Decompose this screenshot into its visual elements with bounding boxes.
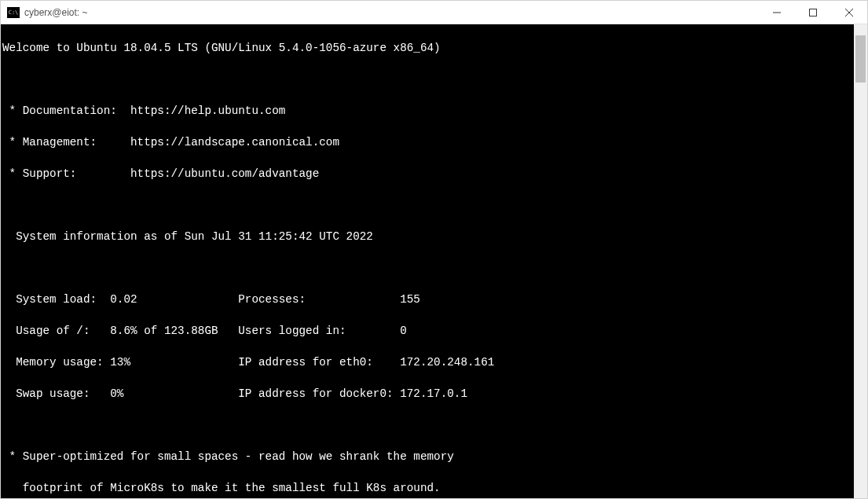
sysinfo-row: Usage of /: 8.6% of 123.88GB Users logge… — [2, 323, 854, 339]
motd-line: * Super-optimized for small spaces - rea… — [2, 449, 854, 464]
sysinfo-header: System information as of Sun Jul 31 11:2… — [2, 229, 854, 244]
app-window: C:\ cyberx@eiot: ~ Welcome to Ubuntu 18.… — [0, 0, 868, 499]
window-title: cyberx@eiot: ~ — [24, 7, 88, 18]
minimize-icon — [773, 9, 781, 17]
blank-line — [2, 260, 854, 276]
sysinfo-row: Memory usage: 13% IP address for eth0: 1… — [2, 354, 854, 370]
blank-line — [2, 417, 854, 433]
minimize-button[interactable] — [759, 1, 795, 24]
close-icon — [845, 9, 853, 17]
sysinfo-row: Swap usage: 0% IP address for docker0: 1… — [2, 386, 854, 402]
window-controls — [759, 1, 867, 24]
motd-line: * Management: https://landscape.canonica… — [2, 134, 854, 150]
sysinfo-row: System load: 0.02 Processes: 155 — [2, 292, 854, 307]
titlebar[interactable]: C:\ cyberx@eiot: ~ — [1, 1, 867, 24]
terminal-area: Welcome to Ubuntu 18.04.5 LTS (GNU/Linux… — [1, 24, 867, 498]
vertical-scrollbar[interactable] — [854, 24, 867, 498]
maximize-icon — [809, 9, 817, 17]
maximize-button[interactable] — [795, 1, 831, 24]
close-button[interactable] — [831, 1, 867, 24]
blank-line — [2, 197, 854, 213]
motd-line: * Documentation: https://help.ubuntu.com — [2, 103, 854, 119]
scrollbar-thumb[interactable] — [855, 35, 866, 83]
motd-line: footprint of MicroK8s to make it the sma… — [2, 480, 854, 496]
terminal-icon: C:\ — [7, 7, 20, 18]
blank-line — [2, 72, 854, 87]
terminal-output[interactable]: Welcome to Ubuntu 18.04.5 LTS (GNU/Linux… — [1, 24, 854, 498]
motd-line: Welcome to Ubuntu 18.04.5 LTS (GNU/Linux… — [2, 40, 854, 56]
motd-line: * Support: https://ubuntu.com/advantage — [2, 166, 854, 182]
svg-rect-1 — [810, 9, 817, 16]
